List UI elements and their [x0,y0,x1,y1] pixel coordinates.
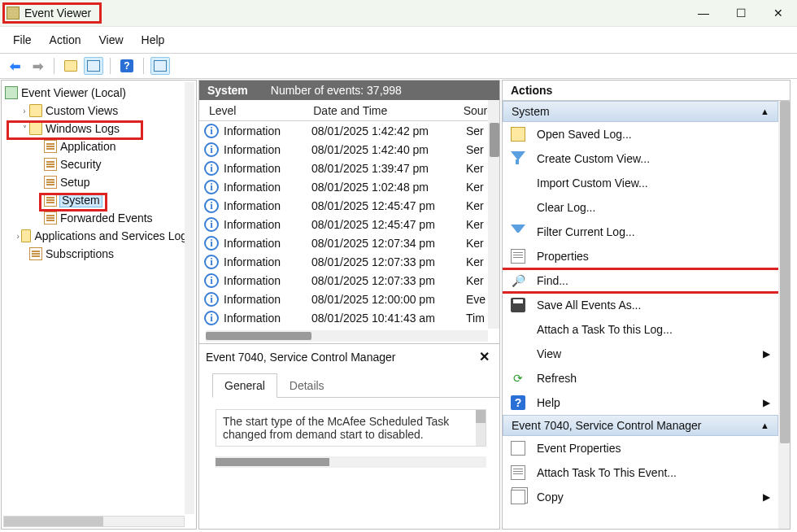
binoculars-icon: 🔎 [511,273,525,288]
log-icon [44,158,57,171]
menu-help[interactable]: Help [133,30,173,50]
maximize-button[interactable]: ☐ [722,0,760,27]
cell-datetime: 08/01/2025 12:07:34 pm [307,237,461,250]
event-icon [511,441,525,456]
cell-source: Ker [461,162,488,175]
action-help[interactable]: ?Help▶ [503,390,778,415]
menu-action[interactable]: Action [41,30,89,50]
action-label: Create Custom View... [537,152,778,165]
folder-icon [29,104,42,117]
log-icon [44,140,57,153]
cell-level: Information [224,255,281,268]
tree-item-security[interactable]: Security [2,155,196,173]
table-row[interactable]: iInformation08/01/2025 1:42:42 pmSer [199,121,488,140]
nav-forward-button[interactable]: ➡ [28,57,47,75]
close-button[interactable]: ✕ [760,0,797,27]
properties-icon [511,465,525,480]
cell-source: Ker [461,255,488,268]
table-row[interactable]: iInformation08/01/2025 1:39:47 pmKer [199,159,488,177]
menu-file[interactable]: File [5,30,40,50]
action-copy[interactable]: Copy▶ [503,485,778,509]
tab-details[interactable]: Details [277,373,337,398]
cell-source: Ker [461,199,488,212]
menu-view[interactable]: View [90,30,131,50]
action-attach-task-to-this-event[interactable]: Attach Task To This Event... [503,460,778,485]
action-clear-log[interactable]: Clear Log... [503,195,778,220]
table-row[interactable]: iInformation08/01/2025 12:07:33 pmKer [199,253,488,272]
action-view[interactable]: View▶ [503,342,778,366]
cell-source: Ker [461,218,488,231]
log-icon [44,211,57,225]
help-button[interactable]: ? [117,57,137,75]
col-datetime[interactable]: Date and Time [303,104,453,117]
table-row[interactable]: iInformation08/01/2025 1:02:48 pmKer [199,177,488,196]
detail-h-scrollbar[interactable] [216,456,486,468]
actions-section-header[interactable]: System▲ [503,101,778,122]
tree-item-custom-views[interactable]: ›Custom Views [2,102,196,120]
information-icon: i [204,180,219,194]
action-properties[interactable]: Properties [503,244,778,268]
expand-toggle[interactable]: › [20,107,29,116]
tree-v-scrollbar[interactable] [185,82,194,514]
log-icon [29,247,42,260]
grid-h-scrollbar[interactable] [206,330,488,342]
tree-item-subscriptions[interactable]: Subscriptions [2,245,196,263]
show-tree-button[interactable] [61,57,81,75]
action-attach-a-task-to-this-log[interactable]: Attach a Task To this Log... [503,317,778,342]
tree-item-applications-and-services-logs[interactable]: ›Applications and Services Logs [2,227,196,245]
cell-datetime: 08/01/2025 12:07:33 pm [307,274,461,287]
tree-h-scrollbar[interactable] [3,516,185,527]
table-row[interactable]: iInformation08/01/2025 12:45:47 pmKer [199,215,488,233]
table-row[interactable]: iInformation08/01/2025 1:42:40 pmSer [199,140,488,159]
actions-pane: Actions System▲Open Saved Log...Create C… [502,80,790,530]
action-create-custom-view[interactable]: Create Custom View... [503,146,778,171]
properties-icon [511,249,525,264]
blank-icon [511,176,525,190]
table-row[interactable]: iInformation08/01/2025 12:07:33 pmKer [199,272,488,290]
table-row[interactable]: iInformation08/01/2025 12:45:47 pmKer [199,196,488,215]
action-find[interactable]: 🔎Find... [503,268,778,293]
tree-item-system[interactable]: System [2,191,196,209]
tree-item-application[interactable]: Application [2,137,196,155]
expand-toggle[interactable]: › [15,232,22,241]
minimize-button[interactable]: — [685,0,722,27]
grid-v-scrollbar[interactable] [488,100,499,329]
tree-item-label: Forwarded Events [60,211,153,225]
detail-text-content: The start type of the McAfee Scheduled T… [223,415,449,441]
toolbar-separator [54,58,54,74]
copy-icon [511,490,525,504]
action-save-all-events-as[interactable]: Save All Events As... [503,293,778,317]
folder-icon [29,122,42,135]
tree-item-forwarded-events[interactable]: Forwarded Events [2,209,196,227]
cell-datetime: 08/01/2025 1:02:48 pm [307,181,461,194]
detail-v-scrollbar[interactable] [476,410,486,446]
tab-general[interactable]: General [212,373,277,398]
tree-root[interactable]: Event Viewer (Local) [2,84,196,102]
action-filter-current-log[interactable]: Filter Current Log... [503,220,778,244]
col-level[interactable]: Level [199,104,303,117]
information-icon: i [204,217,219,232]
tree-item-setup[interactable]: Setup [2,173,196,191]
refresh-icon: ⟳ [511,371,525,386]
table-row[interactable]: iInformation08/01/2025 12:00:00 pmEve [199,290,488,309]
table-row[interactable]: iInformation08/01/2025 12:07:34 pmKer [199,234,488,253]
action-refresh[interactable]: ⟳Refresh [503,366,778,390]
actions-v-scrollbar[interactable] [778,101,790,529]
expand-toggle[interactable]: ˅ [20,124,29,133]
action-event-properties[interactable]: Event Properties [503,436,778,460]
detail-title: Event 7040, Service Control Manager [206,351,395,364]
funnel-icon [511,151,525,166]
blank-icon [511,322,525,337]
toolbar-view1-button[interactable] [84,57,103,75]
tree-item-windows-logs[interactable]: ˅Windows Logs [2,120,196,137]
detail-close-button[interactable]: ✕ [476,349,493,364]
action-open-saved-log[interactable]: Open Saved Log... [503,122,778,146]
table-row[interactable]: iInformation08/01/2025 10:41:43 amTim [199,309,488,328]
cell-level: Information [224,199,281,212]
grid-header[interactable]: Level Date and Time Source [199,100,499,121]
toolbar-view2-button[interactable] [150,57,170,75]
actions-section-header[interactable]: Event 7040, Service Control Manager▲ [503,415,778,436]
folder-icon [511,127,525,142]
nav-back-button[interactable]: ⬅ [5,57,24,75]
action-import-custom-view[interactable]: Import Custom View... [503,171,778,195]
